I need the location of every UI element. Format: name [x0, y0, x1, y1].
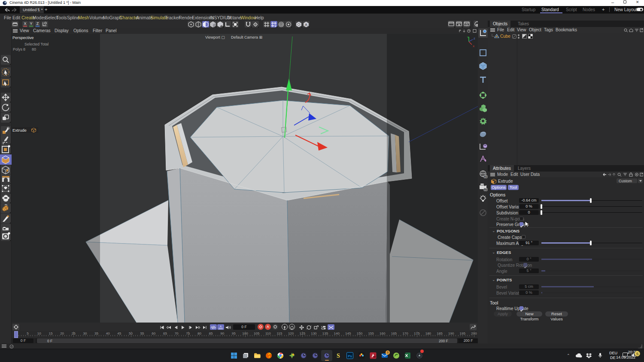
svg-text:X: X — [473, 45, 474, 48]
svg-text:Z: Z — [474, 37, 475, 40]
svg-text:A: A — [305, 23, 307, 27]
svg-text:17: 17 — [485, 188, 487, 191]
svg-text:Ps: Ps — [348, 354, 352, 358]
svg-text:Y: Y — [467, 36, 469, 39]
svg-text:A: A — [220, 325, 222, 328]
svg-text:17: 17 — [485, 175, 487, 178]
svg-text:S: S — [337, 353, 340, 359]
